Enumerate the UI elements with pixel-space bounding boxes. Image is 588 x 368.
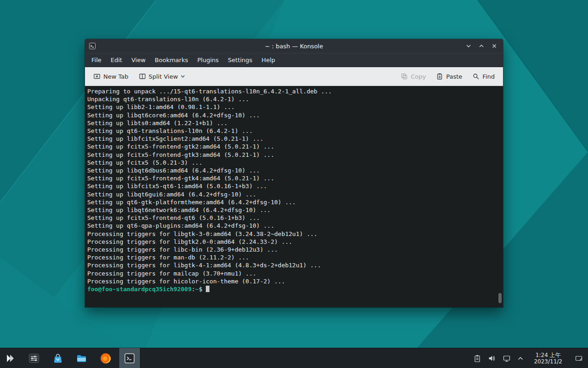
- taskbar-app-discover[interactable]: [48, 348, 68, 368]
- terminal-line: Setting up qt6-gtk-platformtheme:amd64 (…: [87, 198, 503, 206]
- terminal-line: Processing triggers for libgtk-4-1:amd64…: [87, 261, 503, 269]
- menu-item[interactable]: Settings: [223, 54, 257, 66]
- paste-icon: [436, 73, 443, 80]
- terminal-line: Setting up libqt6network6:amd64 (6.4.2+d…: [87, 206, 503, 214]
- find-icon: [472, 73, 480, 80]
- paste-button[interactable]: Paste: [432, 70, 466, 83]
- scrollbar-thumb[interactable]: [498, 293, 502, 303]
- menu-item[interactable]: Plugins: [192, 54, 223, 66]
- taskbar-app-sliders[interactable]: [24, 348, 44, 368]
- prompt-dollar: $: [199, 286, 203, 293]
- window-title: ~ : bash — Konsole: [85, 43, 503, 50]
- terminal-lines: Preparing to unpack .../15-qt6-translati…: [87, 87, 503, 285]
- copy-icon: [401, 73, 408, 80]
- find-label: Find: [482, 73, 495, 80]
- menu-item[interactable]: File: [87, 54, 106, 66]
- terminal-line: Setting up libqt6dbus6:amd64 (6.4.2+dfsg…: [87, 167, 503, 174]
- menu-item[interactable]: Edit: [106, 54, 127, 66]
- terminal-line: Setting up fcitx5-frontend-qt6 (5.0.16-1…: [87, 214, 503, 222]
- show-desktop-icon: [575, 354, 583, 362]
- clock-time: 1:24 上午: [534, 352, 562, 358]
- new-tab-label: New Tab: [103, 73, 129, 80]
- menu-item[interactable]: View: [127, 54, 150, 66]
- maximize-button[interactable]: [478, 43, 485, 49]
- terminal-line: Setting up fcitx5-frontend-gtk2:amd64 (5…: [87, 143, 503, 150]
- taskbar-app-firefox[interactable]: [96, 348, 116, 368]
- menu-item[interactable]: Bookmarks: [150, 54, 193, 66]
- clock[interactable]: 1:24 上午 2023/11/2: [530, 352, 566, 365]
- terminal-line: Setting up qt6-translations-l10n (6.4.2-…: [87, 127, 503, 135]
- minimize-button[interactable]: [465, 43, 472, 49]
- terminal-output[interactable]: Preparing to unpack .../15-qt6-translati…: [85, 86, 503, 307]
- terminal-line: Processing triggers for libgtk-3-0:amd64…: [87, 230, 503, 238]
- clock-date: 2023/11/2: [534, 358, 562, 365]
- system-tray: 1:24 上午 2023/11/2: [473, 348, 588, 368]
- discover-icon: [52, 352, 64, 364]
- new-tab-icon: [93, 73, 101, 80]
- prompt-colon: :: [192, 286, 195, 293]
- terminal-line: Setting up fcitx5-frontend-gtk3:amd64 (5…: [87, 151, 503, 159]
- terminal-line: Setting up fcitx5 (5.0.21-3) ...: [87, 159, 503, 167]
- show-desktop-button[interactable]: [572, 348, 585, 368]
- copy-label: Copy: [411, 73, 426, 80]
- konsole-icon: [124, 352, 136, 364]
- terminal-line: Processing triggers for libc-bin (2.36-9…: [87, 246, 503, 253]
- taskbar-left: [0, 348, 140, 368]
- chevron-down-icon: [181, 74, 185, 79]
- konsole-window: ~ : bash — Konsole FileEditViewBookmarks…: [85, 39, 503, 307]
- menubar: FileEditViewBookmarksPluginsSettingsHelp: [85, 53, 503, 67]
- firefox-icon: [99, 352, 112, 365]
- split-view-label: Split View: [149, 73, 178, 80]
- copy-button[interactable]: Copy: [397, 70, 430, 83]
- display-network-icon[interactable]: [503, 354, 511, 362]
- window-controls: [465, 43, 503, 49]
- desktop: ~ : bash — Konsole FileEditViewBookmarks…: [0, 0, 588, 368]
- terminal-line: Setting up libqt6gui6:amd64 (6.4.2+dfsg-…: [87, 190, 503, 198]
- menu-item[interactable]: Help: [257, 54, 280, 66]
- expand-tray-caret-up-icon[interactable]: [517, 355, 524, 362]
- app-launcher-button[interactable]: [0, 348, 20, 368]
- taskbar: 1:24 上午 2023/11/2: [0, 348, 588, 368]
- konsole-app-icon: [89, 42, 96, 50]
- new-tab-button[interactable]: New Tab: [90, 70, 132, 83]
- prompt-path: ~: [195, 286, 199, 293]
- terminal-line: Preparing to unpack .../15-qt6-translati…: [87, 87, 503, 95]
- terminal-line: Unpacking qt6-translations-l10n (6.4.2-1…: [87, 95, 503, 103]
- terminal-line: Setting up libts0:amd64 (1.22-1+b1) ...: [87, 119, 503, 127]
- volume-icon[interactable]: [488, 354, 496, 362]
- terminal-line: Processing triggers for man-db (2.11.2-2…: [87, 253, 503, 261]
- toolbar: New Tab Split View Copy Paste: [85, 67, 503, 86]
- terminal-line: Setting up libqt6core6:amd64 (6.4.2+dfsg…: [87, 111, 503, 119]
- terminal-line: Setting up fcitx5-frontend-gtk4:amd64 (5…: [87, 174, 503, 182]
- find-button[interactable]: Find: [469, 70, 498, 83]
- clipboard-icon[interactable]: [473, 354, 481, 362]
- terminal-line: Setting up libfcitx5-qt6-1:amd64 (5.0.16…: [87, 182, 503, 190]
- taskbar-app-file-manager[interactable]: [72, 348, 92, 368]
- split-view-icon: [139, 73, 146, 80]
- prompt-user-host: foo@foo-standardpcq35ich92009: [87, 286, 192, 293]
- titlebar[interactable]: ~ : bash — Konsole: [85, 39, 503, 53]
- terminal-cursor: [206, 286, 209, 292]
- split-view-button[interactable]: Split View: [135, 70, 189, 83]
- terminal-line: Setting up libfcitx5gclient2:amd64 (5.0.…: [87, 135, 503, 143]
- app-launcher-icon: [4, 352, 16, 364]
- terminal-line: Processing triggers for libgtk2.0-0:amd6…: [87, 238, 503, 246]
- terminal-line: Processing triggers for mailcap (3.70+nm…: [87, 270, 503, 277]
- terminal-line: Processing triggers for hicolor-icon-the…: [87, 277, 503, 285]
- paste-label: Paste: [446, 73, 462, 80]
- terminal-prompt: foo@foo-standardpcq35ich92009:~$: [87, 285, 503, 293]
- terminal-line: Setting up libb2-1:amd64 (0.98.1-1.1) ..…: [87, 103, 503, 111]
- terminal-line: Setting up qt6-qpa-plugins:amd64 (6.4.2+…: [87, 222, 503, 230]
- close-button[interactable]: [491, 43, 498, 49]
- taskbar-app-konsole[interactable]: [119, 348, 140, 368]
- folder-icon: [76, 352, 88, 364]
- sliders-icon: [28, 352, 40, 364]
